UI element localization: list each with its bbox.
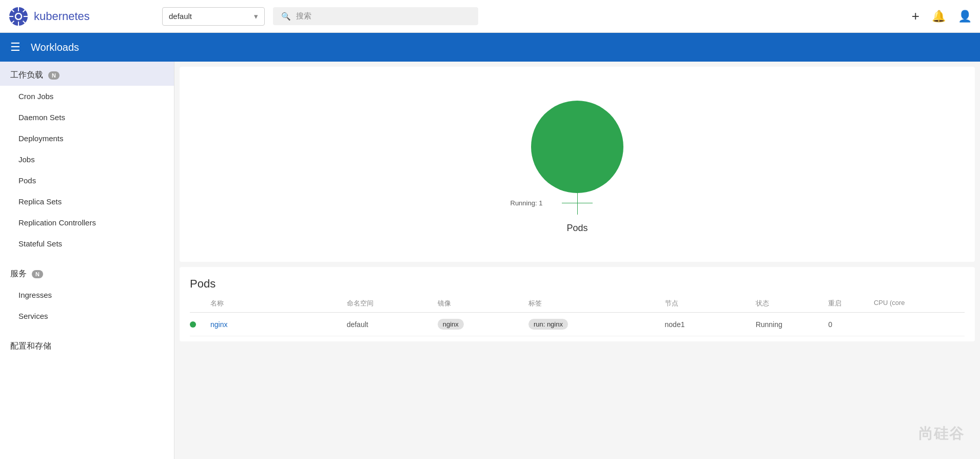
sidebar-item-cron-jobs[interactable]: Cron Jobs <box>0 86 174 107</box>
label-chip: run: nginx <box>528 319 568 330</box>
status-dot-running <box>190 321 196 328</box>
config-label: 配置和存储 <box>10 341 51 352</box>
section-title: Workloads <box>31 42 79 53</box>
sidebar-section-services[interactable]: 服务 N <box>0 260 174 284</box>
search-icon: 🔍 <box>281 12 291 21</box>
td-namespace: default <box>347 320 438 329</box>
td-restarts: 0 <box>828 320 874 329</box>
th-image: 镜像 <box>438 299 528 308</box>
namespace-value: default <box>169 12 192 21</box>
chart-inner: Running: 1 Pods <box>526 101 629 234</box>
kubernetes-logo-icon <box>8 6 29 27</box>
nav-actions: + 🔔 👤 <box>912 8 972 24</box>
main-content: Running: 1 Pods Pods 名称 命名空间 镜像 标签 <box>174 62 980 459</box>
image-chip: nginx <box>438 319 464 330</box>
sidebar-item-ingresses[interactable]: Ingresses <box>0 284 174 305</box>
td-node: node1 <box>665 320 756 329</box>
th-status <box>190 299 210 308</box>
sidebar-item-replica-sets[interactable]: Replica Sets <box>0 191 174 212</box>
th-state: 状态 <box>756 299 829 308</box>
workloads-badge: N <box>48 71 60 80</box>
sidebar-item-services[interactable]: Services <box>0 305 174 327</box>
sidebar-section-workloads[interactable]: 工作负载 N <box>0 62 174 86</box>
table-row: nginx default nginx run: nginx node1 Run… <box>190 313 965 336</box>
sidebar-item-stateful-sets[interactable]: Stateful Sets <box>0 233 174 254</box>
hamburger-icon[interactable]: ☰ <box>10 41 21 54</box>
th-node: 节点 <box>665 299 756 308</box>
sidebar-item-pods[interactable]: Pods <box>0 170 174 191</box>
section-header: ☰ Workloads <box>0 33 980 62</box>
th-cpu: CPU (core <box>874 299 965 308</box>
td-image: nginx <box>438 319 528 330</box>
search-placeholder: 搜索 <box>296 11 311 21</box>
td-state: Running <box>756 320 829 329</box>
td-labels: run: nginx <box>528 319 665 330</box>
services-label: 服务 <box>10 269 27 279</box>
main-layout: 工作负载 N Cron Jobs Daemon Sets Deployments… <box>0 62 980 459</box>
th-labels: 标签 <box>528 299 665 308</box>
pods-circle <box>531 101 623 193</box>
namespace-dropdown[interactable]: default ▾ <box>162 7 265 26</box>
sidebar-item-daemon-sets[interactable]: Daemon Sets <box>0 107 174 128</box>
th-namespace: 命名空间 <box>347 299 438 308</box>
th-name: 名称 <box>210 299 347 308</box>
workloads-label: 工作负载 <box>10 70 43 81</box>
pods-section-title: Pods <box>190 277 965 291</box>
user-icon[interactable]: 👤 <box>958 10 972 23</box>
bell-icon[interactable]: 🔔 <box>932 10 946 23</box>
top-navbar: kubernetes default ▾ 🔍 搜索 + 🔔 👤 <box>0 0 980 33</box>
pods-table-section: Pods 名称 命名空间 镜像 标签 节点 状态 重启 CPU (core ng… <box>180 267 975 341</box>
search-bar[interactable]: 🔍 搜索 <box>273 7 478 25</box>
sidebar-item-jobs[interactable]: Jobs <box>0 149 174 170</box>
add-icon[interactable]: + <box>912 8 919 24</box>
services-badge: N <box>32 270 43 278</box>
sidebar-item-replication-controllers[interactable]: Replication Controllers <box>0 212 174 233</box>
logo-text: kubernetes <box>34 10 90 23</box>
th-restarts: 重启 <box>828 299 874 308</box>
table-header: 名称 命名空间 镜像 标签 节点 状态 重启 CPU (core <box>190 299 965 313</box>
chart-area: Running: 1 Pods <box>180 67 975 262</box>
logo-area: kubernetes <box>8 6 162 27</box>
sidebar-item-deployments[interactable]: Deployments <box>0 128 174 149</box>
td-status <box>190 321 210 328</box>
sidebar: 工作负载 N Cron Jobs Daemon Sets Deployments… <box>0 62 174 459</box>
td-name[interactable]: nginx <box>210 320 347 329</box>
running-label: Running: 1 <box>511 199 543 207</box>
sidebar-section-config[interactable]: 配置和存储 <box>0 333 174 357</box>
pod-chart-label: Pods <box>566 223 587 234</box>
dropdown-arrow-icon: ▾ <box>254 12 258 21</box>
